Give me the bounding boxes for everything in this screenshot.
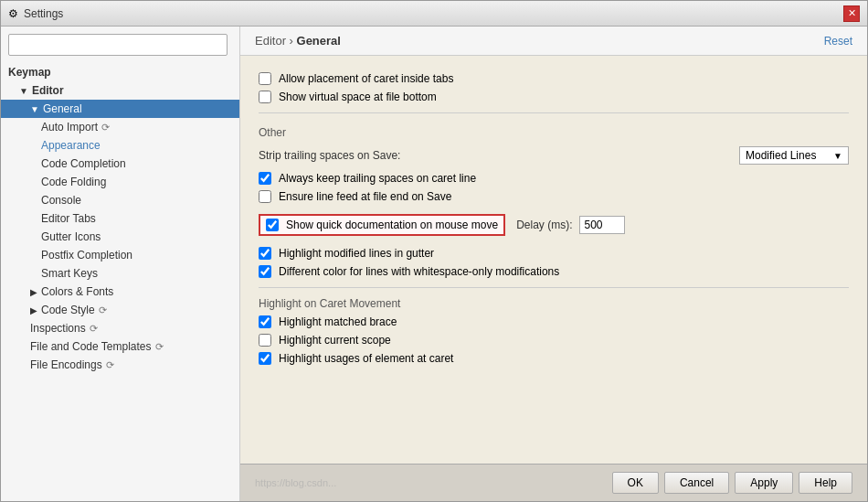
sync-icon: ⟳ bbox=[99, 304, 107, 316]
sync-icon: ⟳ bbox=[106, 359, 114, 371]
close-button[interactable]: ✕ bbox=[843, 5, 860, 22]
divider-top bbox=[259, 112, 849, 113]
sidebar-item-editor-tabs[interactable]: Editor Tabs bbox=[1, 209, 239, 228]
checkbox-diff-color: Different color for lines with whitespac… bbox=[259, 265, 849, 278]
keep-trailing-label: Always keep trailing spaces on caret lin… bbox=[279, 172, 476, 185]
watermark: https://blog.csdn... bbox=[255, 477, 607, 488]
gutter-icons-label: Gutter Icons bbox=[41, 230, 101, 243]
quick-doc-label: Show quick documentation on mouse move bbox=[286, 219, 498, 231]
breadcrumb-editor: Editor bbox=[255, 34, 286, 48]
window-title: Settings bbox=[24, 7, 63, 20]
footer: https://blog.csdn... OK Cancel Apply Hel… bbox=[240, 464, 867, 501]
keymap-label: Keymap bbox=[8, 66, 51, 79]
apply-button[interactable]: Apply bbox=[735, 472, 793, 494]
breadcrumb-separator: › bbox=[286, 34, 297, 48]
expand-icon: ▼ bbox=[30, 104, 39, 114]
smart-keys-label: Smart Keys bbox=[41, 267, 98, 280]
editor-tabs-label: Editor Tabs bbox=[41, 212, 96, 225]
sidebar-item-console[interactable]: Console bbox=[1, 191, 239, 209]
highlight-caret-label: Highlight on Caret Movement bbox=[259, 297, 849, 310]
delay-row: Delay (ms): bbox=[516, 216, 625, 234]
matched-brace-checkbox[interactable] bbox=[259, 315, 271, 328]
current-scope-checkbox[interactable] bbox=[259, 334, 271, 347]
divider-middle bbox=[259, 287, 849, 288]
colors-fonts-label: Colors & Fonts bbox=[41, 285, 113, 298]
expand-icon: ▼ bbox=[19, 86, 28, 96]
help-button[interactable]: Help bbox=[799, 472, 852, 494]
checkbox-caret-inside-tabs: Allow placement of caret inside tabs bbox=[259, 72, 849, 85]
sidebar-item-appearance[interactable]: Appearance bbox=[1, 136, 239, 155]
sidebar-item-smart-keys[interactable]: Smart Keys bbox=[1, 264, 239, 283]
postfix-completion-label: Postfix Completion bbox=[41, 249, 132, 262]
current-scope-label: Highlight current scope bbox=[279, 334, 391, 347]
virtual-space-label: Show virtual space at file bottom bbox=[279, 91, 437, 103]
sidebar-item-auto-import[interactable]: Auto Import ⟳ bbox=[1, 118, 239, 136]
line-feed-label: Ensure line feed at file end on Save bbox=[279, 190, 451, 203]
highlight-modified-checkbox[interactable] bbox=[259, 247, 271, 260]
appearance-label: Appearance bbox=[41, 139, 101, 152]
general-label: General bbox=[43, 102, 82, 115]
strip-trailing-row: Strip trailing spaces on Save: Modified … bbox=[259, 146, 849, 165]
titlebar-left: ⚙ Settings bbox=[8, 7, 63, 20]
diff-color-label: Different color for lines with whitespac… bbox=[279, 265, 559, 278]
code-style-label: Code Style bbox=[41, 304, 95, 316]
code-completion-label: Code Completion bbox=[41, 157, 126, 170]
dropdown-arrow-icon: ▼ bbox=[833, 151, 842, 161]
checkbox-line-feed: Ensure line feed at file end on Save bbox=[259, 190, 849, 203]
checkbox-highlight-modified: Highlight modified lines in gutter bbox=[259, 247, 849, 260]
console-label: Console bbox=[41, 194, 81, 207]
sync-icon: ⟳ bbox=[101, 122, 110, 134]
search-input[interactable] bbox=[8, 34, 228, 56]
sidebar-item-general[interactable]: ▼ General bbox=[1, 100, 239, 118]
sync-icon: ⟳ bbox=[90, 323, 98, 335]
settings-window: ⚙ Settings ✕ Keymap ▼ Editor ▼ General A… bbox=[0, 0, 868, 502]
expand-icon: ▶ bbox=[30, 305, 37, 315]
delay-input[interactable] bbox=[579, 216, 625, 234]
sidebar-item-file-encodings[interactable]: File Encodings ⟳ bbox=[1, 356, 239, 374]
checkbox-current-scope: Highlight current scope bbox=[259, 334, 849, 347]
editor-label: Editor bbox=[32, 84, 64, 97]
usages-element-checkbox[interactable] bbox=[259, 352, 271, 365]
file-code-templates-label: File and Code Templates bbox=[30, 340, 152, 353]
sidebar-item-gutter-icons[interactable]: Gutter Icons bbox=[1, 228, 239, 246]
checkbox-virtual-space: Show virtual space at file bottom bbox=[259, 91, 849, 103]
titlebar: ⚙ Settings ✕ bbox=[1, 1, 867, 27]
strip-trailing-control: Modified Lines ▼ bbox=[739, 146, 849, 165]
cancel-button[interactable]: Cancel bbox=[664, 472, 729, 494]
strip-trailing-label: Strip trailing spaces on Save: bbox=[259, 149, 400, 162]
other-section-label: Other bbox=[259, 126, 849, 139]
file-encodings-label: File Encodings bbox=[30, 358, 102, 371]
main-panel: Editor › General Reset Allow placement o… bbox=[240, 27, 867, 501]
sidebar-item-code-style[interactable]: ▶ Code Style ⟳ bbox=[1, 301, 239, 319]
sidebar-item-editor[interactable]: ▼ Editor bbox=[1, 81, 239, 100]
breadcrumb-general: General bbox=[297, 34, 341, 48]
ok-button[interactable]: OK bbox=[612, 472, 659, 494]
sidebar-item-code-folding[interactable]: Code Folding bbox=[1, 173, 239, 191]
quick-doc-row: Show quick documentation on mouse move bbox=[259, 214, 505, 236]
caret-inside-tabs-checkbox[interactable] bbox=[259, 72, 271, 85]
strip-trailing-value: Modified Lines bbox=[746, 149, 816, 162]
settings-icon: ⚙ bbox=[8, 7, 18, 20]
sidebar: Keymap ▼ Editor ▼ General Auto Import ⟳ … bbox=[1, 27, 240, 501]
sidebar-item-file-code-templates[interactable]: File and Code Templates ⟳ bbox=[1, 337, 239, 356]
quick-doc-checkbox[interactable] bbox=[266, 219, 279, 231]
keep-trailing-checkbox[interactable] bbox=[259, 172, 271, 185]
reset-link[interactable]: Reset bbox=[824, 35, 852, 48]
sidebar-item-code-completion[interactable]: Code Completion bbox=[1, 155, 239, 173]
main-header: Editor › General Reset bbox=[240, 27, 867, 56]
line-feed-checkbox[interactable] bbox=[259, 190, 271, 203]
usages-element-label: Highlight usages of element at caret bbox=[279, 352, 453, 365]
content-area: Keymap ▼ Editor ▼ General Auto Import ⟳ … bbox=[1, 27, 867, 501]
matched-brace-label: Highlight matched brace bbox=[279, 315, 397, 328]
diff-color-checkbox[interactable] bbox=[259, 265, 271, 278]
sidebar-item-colors-fonts[interactable]: ▶ Colors & Fonts bbox=[1, 283, 239, 301]
main-content: Allow placement of caret inside tabs Sho… bbox=[240, 56, 867, 464]
strip-trailing-dropdown[interactable]: Modified Lines ▼ bbox=[739, 146, 849, 165]
virtual-space-checkbox[interactable] bbox=[259, 91, 271, 103]
sidebar-item-postfix-completion[interactable]: Postfix Completion bbox=[1, 246, 239, 264]
highlight-modified-label: Highlight modified lines in gutter bbox=[279, 247, 434, 260]
inspections-label: Inspections bbox=[30, 322, 86, 335]
sidebar-item-keymap[interactable]: Keymap bbox=[1, 63, 239, 81]
sidebar-item-inspections[interactable]: Inspections ⟳ bbox=[1, 319, 239, 337]
caret-inside-tabs-label: Allow placement of caret inside tabs bbox=[279, 72, 453, 85]
